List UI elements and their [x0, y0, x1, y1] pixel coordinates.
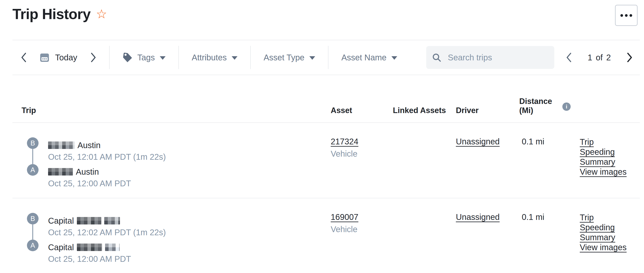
trips-table: Trip Asset Linked Assets Driver Distance…: [12, 75, 640, 273]
trip-stops: Capital Oct 25, 12:02 AM PDT (1m 22s) Ca…: [48, 216, 166, 273]
table-row: B A Austin Oct 25, 12:01 AM PDT (1m 22s): [12, 123, 640, 198]
page-title: Trip History: [12, 0, 90, 23]
pagination: 1 of 2: [566, 53, 633, 63]
trip-stop: Austin Oct 25, 12:00 AM PDT: [48, 167, 166, 188]
filter-tags[interactable]: Tags: [110, 52, 178, 63]
redacted-text: [48, 168, 73, 175]
redacted-text: [48, 141, 74, 149]
filter-asset-name[interactable]: Asset Name: [328, 53, 410, 62]
redacted-text: [77, 243, 102, 251]
more-options-button[interactable]: [615, 5, 638, 26]
trip-end-marker: B: [27, 137, 38, 149]
trip-cell: B A Austin Oct 25, 12:01 AM PDT (1m 22s): [12, 123, 331, 198]
date-next-button[interactable]: [90, 52, 97, 63]
table-header-row: Trip Asset Linked Assets Driver Distance…: [12, 75, 640, 123]
asset-cell: 169007 Vehicle: [331, 198, 393, 273]
filter-asset-type[interactable]: Asset Type: [251, 53, 328, 62]
trip-link[interactable]: Trip: [580, 137, 594, 147]
chevron-right-icon: [90, 52, 97, 63]
asset-cell: 217324 Vehicle: [331, 123, 393, 198]
ellipsis-icon: [620, 14, 623, 17]
search-icon: [432, 53, 442, 63]
stop-time: Oct 25, 12:02 AM PDT (1m 22s): [48, 227, 166, 237]
today-label: Today: [55, 53, 77, 62]
trip-stop: Austin Oct 25, 12:01 AM PDT (1m 22s): [48, 140, 166, 162]
actions-cell: Trip Speeding Summary View images: [580, 198, 640, 273]
column-header-actions: [580, 115, 640, 122]
stop-location-text: Austin: [76, 167, 99, 177]
spacer-cell: [560, 123, 580, 198]
view-images-link[interactable]: View images: [580, 167, 626, 177]
table-row: B A Capital Oct 25, 12:02 AM PDT (1m 22s…: [12, 198, 640, 273]
driver-link[interactable]: Unassigned: [456, 212, 500, 221]
trip-cell: B A Capital Oct 25, 12:02 AM PDT (1m 22s…: [12, 198, 331, 273]
stop-time: Oct 25, 12:01 AM PDT (1m 22s): [48, 152, 166, 162]
trip-link[interactable]: Trip: [580, 212, 594, 222]
stop-location: Austin: [48, 140, 166, 150]
driver-link[interactable]: Unassigned: [456, 137, 500, 146]
chevron-down-icon: [232, 56, 238, 60]
chevron-down-icon: [309, 56, 315, 60]
speeding-summary-link[interactable]: Speeding Summary: [580, 222, 640, 242]
trip-start-marker: A: [27, 164, 38, 176]
page-prev-button[interactable]: [566, 53, 572, 63]
driver-cell: Unassigned: [456, 123, 519, 198]
today-button[interactable]: Today: [40, 53, 77, 63]
trip-route-rail: B A: [27, 213, 38, 273]
stop-location: Capital: [48, 216, 166, 226]
filter-label: Asset Name: [341, 53, 386, 62]
column-header-linked-assets: Linked Assets: [393, 106, 456, 122]
distance-cell: 0.1 mi: [519, 198, 560, 273]
filter-label: Tags: [138, 53, 155, 62]
chevron-right-icon: [626, 53, 633, 63]
top-bar: Trip History ☆: [12, 0, 640, 40]
trip-route-rail: B A: [27, 137, 38, 198]
driver-cell: Unassigned: [456, 198, 519, 273]
stop-location-text: Capital: [48, 216, 74, 226]
trip-history-page: Trip History ☆ Today: [0, 0, 644, 273]
actions-cell: Trip Speeding Summary View images: [580, 123, 640, 198]
tag-icon: [122, 52, 132, 63]
redacted-text: [104, 217, 120, 224]
info-icon[interactable]: i: [562, 103, 571, 111]
favorite-star-icon[interactable]: ☆: [96, 0, 107, 23]
distance-cell: 0.1 mi: [519, 123, 560, 198]
stop-location: Capital: [48, 242, 166, 252]
view-images-link[interactable]: View images: [580, 242, 626, 252]
asset-type-label: Vehicle: [331, 149, 393, 158]
trip-stop: Capital Oct 25, 12:00 AM PDT: [48, 242, 166, 264]
search-container: [426, 46, 554, 69]
chevron-left-icon: [20, 52, 27, 63]
filter-attributes[interactable]: Attributes: [179, 53, 250, 62]
search-input[interactable]: [426, 46, 554, 69]
stop-location: Austin: [48, 167, 166, 177]
trip-stops: Austin Oct 25, 12:01 AM PDT (1m 22s) Aus…: [48, 140, 166, 198]
linked-assets-cell: [393, 198, 456, 273]
chevron-down-icon: [160, 56, 166, 60]
stop-time: Oct 25, 12:00 AM PDT: [48, 254, 166, 264]
toolbar: Today Tags Attributes Asset Type: [12, 40, 640, 75]
trip-stop: Capital Oct 25, 12:02 AM PDT (1m 22s): [48, 216, 166, 237]
spacer-cell: [560, 198, 580, 273]
trip-route-line: [32, 224, 33, 240]
page-next-button[interactable]: [626, 53, 633, 63]
column-header-distance: Distance (Mi): [519, 97, 560, 122]
asset-link[interactable]: 169007: [331, 212, 358, 221]
asset-link[interactable]: 217324: [331, 137, 358, 146]
column-header-trip: Trip: [12, 106, 331, 122]
trip-route-line: [32, 149, 33, 164]
calendar-icon: [40, 53, 49, 63]
stop-location-text: Capital: [48, 242, 74, 252]
date-prev-button[interactable]: [20, 52, 27, 63]
trip-end-marker: B: [27, 213, 38, 224]
ellipsis-icon: [625, 14, 628, 17]
stop-location-text: Austin: [78, 140, 100, 150]
chevron-left-icon: [566, 53, 572, 63]
column-header-asset: Asset: [331, 106, 393, 122]
trip-start-marker: A: [27, 240, 38, 251]
date-navigation: Today: [20, 52, 97, 63]
chevron-down-icon: [392, 56, 397, 60]
speeding-summary-link[interactable]: Speeding Summary: [580, 147, 640, 167]
filter-label: Asset Type: [264, 53, 304, 62]
column-header-driver: Driver: [456, 106, 519, 122]
